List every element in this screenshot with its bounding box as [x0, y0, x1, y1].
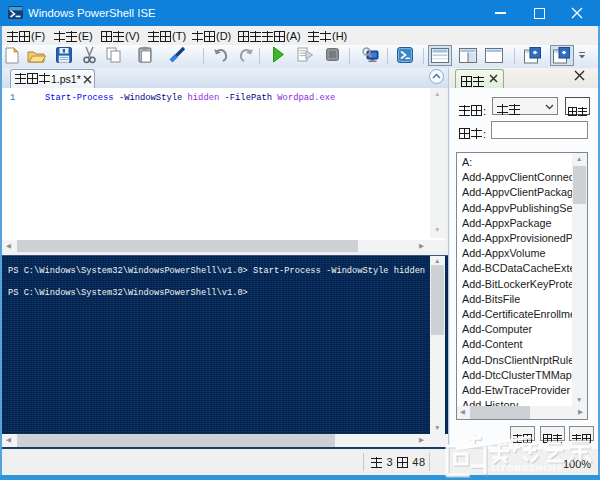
svg-text:XITONGZHIJIA: XITONGZHIJIA	[490, 463, 564, 473]
